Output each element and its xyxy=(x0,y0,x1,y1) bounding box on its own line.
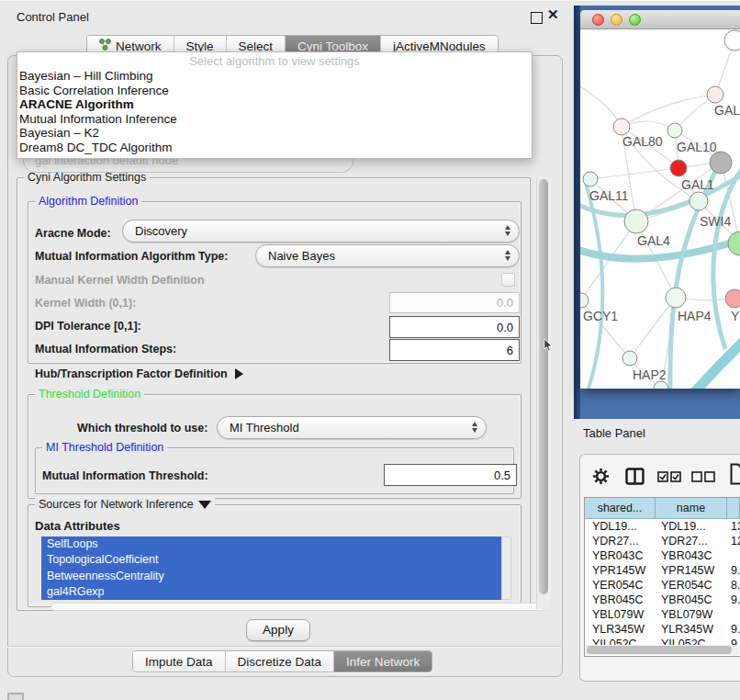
node-label-gal10: GAL10 xyxy=(677,140,717,154)
network-node[interactable] xyxy=(725,289,740,308)
algorithm-option-mutual-information-inference[interactable]: Mutual Information Inference xyxy=(17,112,532,127)
sources-group-title[interactable]: Sources for Network Inference xyxy=(35,498,215,511)
mi-algorithm-type-select[interactable]: Naive Bayes xyxy=(255,244,520,267)
network-node[interactable] xyxy=(670,160,687,176)
settings-scrollbar-track[interactable] xyxy=(536,177,551,609)
column-header-2[interactable] xyxy=(727,498,740,518)
table-cell: YDR27... xyxy=(656,535,727,548)
divider xyxy=(7,646,561,647)
data-attribute-gal4rgexp[interactable]: gal4RGexp xyxy=(41,584,501,600)
mi-threshold-field[interactable]: 0.5 xyxy=(384,464,517,486)
data-attribute-betweennesscentrality[interactable]: BetweennessCentrality xyxy=(41,569,501,584)
network-node[interactable] xyxy=(724,30,740,51)
network-node[interactable] xyxy=(613,119,630,135)
aracne-mode-select[interactable]: Discovery xyxy=(122,220,520,243)
table-cell: 9. xyxy=(727,623,740,636)
table-row[interactable]: YER054CYER054C8. xyxy=(585,578,740,593)
select-all-checkboxes-icon[interactable] xyxy=(657,471,682,482)
table-row[interactable]: YBR043CYBR043C xyxy=(585,548,740,563)
column-header-name[interactable]: name xyxy=(656,498,727,518)
network-node[interactable] xyxy=(622,351,637,366)
network-node[interactable] xyxy=(580,293,589,308)
table-row[interactable]: YPR145WYPR145W9. xyxy=(585,563,740,578)
network-node[interactable] xyxy=(667,123,682,138)
aracne-mode-value: Discovery xyxy=(135,224,187,238)
table-cell: 12 xyxy=(727,535,740,548)
tab-discretize-data[interactable]: Discretize Data xyxy=(226,651,335,672)
tab-infer-network[interactable]: Infer Network xyxy=(334,651,432,672)
table-cell: YPR145W xyxy=(656,564,727,577)
minimize-window-icon[interactable] xyxy=(611,14,622,26)
table-row[interactable]: YLR345WYLR345W9. xyxy=(585,622,740,637)
attributes-scrollbar[interactable] xyxy=(501,536,511,600)
mi-threshold-label: Mutual Information Threshold: xyxy=(42,469,208,482)
dpi-tolerance-field[interactable]: 0.0 xyxy=(389,316,520,338)
horizontal-scrollbar[interactable] xyxy=(50,603,546,611)
close-panel-icon[interactable]: ✕ xyxy=(547,6,559,23)
zoom-window-icon[interactable] xyxy=(629,14,641,26)
table-cell: 13 xyxy=(727,520,740,533)
table-cell: YBR045C xyxy=(656,593,727,606)
mouse-cursor xyxy=(544,339,553,352)
columns-icon[interactable] xyxy=(625,468,645,485)
hub-definition-expander[interactable]: Hub/Transcription Factor Definition xyxy=(35,367,243,380)
apply-button[interactable]: Apply xyxy=(246,619,310,641)
network-node[interactable] xyxy=(728,231,740,255)
network-node[interactable] xyxy=(583,172,598,186)
table-horizontal-scrollbar[interactable] xyxy=(585,645,739,655)
table-row[interactable]: YDL19...YDL19...13 xyxy=(585,519,740,534)
table-scrollbar-thumb[interactable] xyxy=(587,646,732,654)
close-window-icon[interactable] xyxy=(592,14,604,26)
mi-steps-label: Mutual Information Steps: xyxy=(35,343,176,356)
threshold-definition-title: Threshold Definition xyxy=(35,388,144,401)
table-cell: YBR045C xyxy=(585,593,656,606)
algorithm-option-bayesian-hill-climbing[interactable]: Bayesian – Hill Climbing xyxy=(17,69,532,84)
algorithm-option-aracne-algorithm[interactable]: ARACNE Algorithm xyxy=(17,97,532,112)
algorithm-dropdown-popup: Select algorithm to view settings Bayesi… xyxy=(17,51,533,159)
deselect-all-checkboxes-icon[interactable] xyxy=(691,471,716,482)
settings-scrollbar-thumb[interactable] xyxy=(539,179,548,594)
node-label-swi4: SWI4 xyxy=(700,214,731,229)
data-attribute-topologicalcoefficient[interactable]: TopologicalCoefficient xyxy=(41,552,501,568)
gear-icon[interactable] xyxy=(592,468,610,485)
tab-label: Discretize Data xyxy=(238,655,322,669)
algorithm-option-dream8-dc-tdc-algorithm[interactable]: Dream8 DC_TDC Algorithm xyxy=(17,141,532,155)
node-label-gal80: GAL80 xyxy=(622,134,663,149)
kernel-width-label: Kernel Width (0,1): xyxy=(35,297,136,310)
attribute-table[interactable]: shared...name YDL19...YDL19...13YDR27...… xyxy=(584,497,740,657)
column-header-shared[interactable]: shared... xyxy=(585,498,656,518)
which-threshold-select[interactable]: MI Threshold xyxy=(217,416,487,439)
algorithm-dropdown-placeholder: Select algorithm to view settings xyxy=(17,54,532,69)
tab-impute-data[interactable]: Impute Data xyxy=(133,651,226,672)
network-window-titlebar[interactable] xyxy=(580,10,740,29)
which-threshold-value: MI Threshold xyxy=(230,421,299,435)
hub-definition-label: Hub/Transcription Factor Definition xyxy=(35,367,228,380)
document-icon[interactable] xyxy=(730,463,740,485)
table-row[interactable]: YDR27...YDR27...12 xyxy=(585,534,740,548)
network-node[interactable] xyxy=(690,192,708,210)
table-cell: YPR145W xyxy=(585,564,656,577)
network-node[interactable] xyxy=(710,152,732,174)
table-cell: YER054C xyxy=(585,579,656,592)
data-attribute-selfloops[interactable]: SelfLoops xyxy=(41,536,501,552)
window-control-icon[interactable] xyxy=(7,693,24,700)
algorithm-option-bayesian-k2[interactable]: Bayesian – K2 xyxy=(17,126,532,141)
network-node[interactable] xyxy=(624,209,648,233)
table-row[interactable]: YBR045CYBR045C9. xyxy=(585,593,740,607)
network-canvas[interactable]: GALGAL80GAL10GAL1GAL11SWI4GAL4GCY1HAP4YH… xyxy=(580,29,740,389)
network-view-window[interactable]: GALGAL80GAL10GAL1GAL11SWI4GAL4GCY1HAP4YH… xyxy=(580,10,740,389)
table-cell: YBR043C xyxy=(656,549,727,562)
network-node[interactable] xyxy=(707,86,723,103)
sources-group-label: Sources for Network Inference xyxy=(39,498,194,511)
kernel-width-field[interactable]: 0.0 xyxy=(389,292,520,313)
tab-label: Infer Network xyxy=(346,655,420,669)
cyni-task-tabbar: Impute DataDiscretize DataInfer Network xyxy=(132,650,432,672)
manual-kernel-width-checkbox[interactable] xyxy=(501,273,515,287)
network-node[interactable] xyxy=(666,288,686,308)
float-panel-icon[interactable] xyxy=(531,12,543,24)
stepper-icon xyxy=(505,250,510,261)
network-node[interactable] xyxy=(654,381,668,389)
table-row[interactable]: YBL079WYBL079W xyxy=(585,607,740,622)
algorithm-option-basic-correlation-inference[interactable]: Basic Correlation Inference xyxy=(17,84,532,98)
mi-steps-field[interactable]: 6 xyxy=(389,339,520,361)
